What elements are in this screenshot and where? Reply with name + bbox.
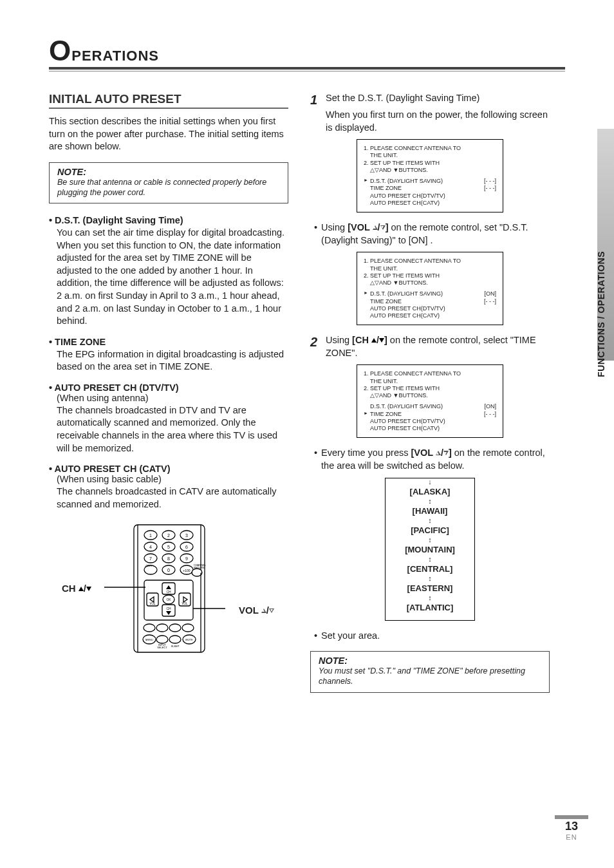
remote-ch-label: CH / — [62, 583, 91, 594]
set-area-instruction: • Set your area. — [314, 630, 550, 643]
chapter-title-rest: PERATIONS — [71, 48, 159, 64]
svg-marker-39 — [150, 597, 154, 602]
svg-point-49 — [182, 624, 194, 632]
timezone-body: The EPG information in digital broadcast… — [57, 348, 288, 373]
autopreset-catv-sub: (When using basic cable) — [57, 474, 288, 484]
svg-text:SELECT: SELECT — [157, 646, 167, 649]
step-2-body: Using [CH /] on the remote control, sele… — [326, 334, 550, 359]
svg-marker-37 — [166, 611, 171, 615]
svg-text:CH: CH — [166, 590, 171, 594]
svg-point-47 — [156, 624, 168, 632]
step-1-body: When you first turn on the power, the fo… — [326, 109, 550, 134]
autopreset-dtv-body: The channels broadcasted in DTV and TV a… — [57, 404, 288, 455]
svg-text:1: 1 — [149, 533, 152, 538]
svg-text:4: 4 — [149, 545, 152, 549]
svg-text:0: 0 — [167, 568, 170, 572]
autopreset-dtv-sub: (When using antenna) — [57, 393, 288, 403]
step-1-title: Set the D.S.T. (Daylight Saving Time) — [326, 92, 479, 106]
chapter-rule — [49, 67, 565, 71]
note-box-2: NOTE: You must set "D.S.T." and "TIME ZO… — [310, 651, 550, 693]
autopreset-catv-body: The channels broadcasted in CATV are aut… — [57, 486, 288, 511]
osd-screen-3: 1. PLEASE CONNECT ANTENNA TO THE UNIT. 2… — [357, 364, 503, 438]
section-heading: INITIAL AUTO PRESET — [49, 92, 288, 109]
note-2-title: NOTE: — [319, 656, 543, 666]
vol-instruction: • Using [VOL /] on the remote control, s… — [314, 222, 550, 247]
chapter-title: OPERATIONS — [49, 39, 565, 64]
svg-text:3: 3 — [185, 533, 188, 538]
step-1: 1 Set the D.S.T. (Daylight Saving Time) — [310, 92, 550, 106]
left-column: INITIAL AUTO PRESET This section describ… — [49, 92, 288, 704]
svg-text:SLEEP: SLEEP — [171, 645, 180, 648]
drop-cap: O — [49, 39, 71, 63]
note-2-body: You must set "D.S.T." and "TIME ZONE" be… — [319, 666, 543, 687]
step-1-number: 1 — [310, 93, 321, 106]
osd-screen-2: 1. PLEASE CONNECT ANTENNA TO THE UNIT. 2… — [357, 252, 503, 325]
vol-every-instruction: • Every time you press [VOL /] on the re… — [314, 447, 550, 472]
note-body: Be sure that antenna or cable is connect… — [57, 177, 281, 198]
svg-text:7: 7 — [149, 556, 152, 561]
step-2: 2 Using [CH /] on the remote control, se… — [310, 334, 550, 359]
svg-text:VOL: VOL — [181, 602, 188, 605]
intro-paragraph: This section describes the initial setti… — [49, 115, 288, 153]
svg-text:-/ENT.: -/ENT. — [145, 564, 152, 567]
svg-marker-42 — [183, 597, 187, 602]
svg-text:MUTE: MUTE — [185, 638, 193, 641]
svg-marker-33 — [166, 585, 171, 589]
note-box: NOTE: Be sure that antenna or cable is c… — [49, 162, 288, 204]
svg-point-48 — [169, 624, 181, 632]
svg-text:6: 6 — [185, 545, 188, 549]
remote-vol-label: VOL / — [239, 605, 274, 616]
step-2-number: 2 — [310, 335, 321, 359]
svg-point-52 — [156, 636, 168, 643]
timezone-cycle-diagram: ↓ [ALASKA] ↕ [HAWAII] ↕ [PACIFIC] ↕ [MOU… — [385, 478, 475, 621]
svg-text:OK: OK — [166, 598, 171, 601]
remote-svg: 1 2 3 4 5 6 7 8 9 -/ENT. 0 +100 CH — [62, 521, 274, 656]
svg-text:+100: +100 — [183, 569, 190, 572]
autopreset-dtv-heading: • AUTO PRESET CH (DTV/TV) — [49, 382, 288, 393]
timezone-heading: • TIME ZONE — [49, 337, 288, 347]
svg-text:8: 8 — [167, 556, 170, 561]
svg-text:5: 5 — [167, 545, 170, 549]
dst-heading: • D.S.T. (Daylight Saving Time) — [49, 215, 288, 225]
right-column: 1 Set the D.S.T. (Daylight Saving Time) … — [310, 92, 550, 704]
svg-text:9: 9 — [185, 556, 188, 561]
svg-text:2: 2 — [167, 533, 170, 538]
remote-illustration: CH / 1 2 3 4 5 6 7 8 — [62, 521, 274, 656]
osd-screen-1: 1. PLEASE CONNECT ANTENNA TO THE UNIT. 2… — [357, 139, 503, 212]
svg-point-46 — [144, 624, 155, 632]
svg-text:VOL: VOL — [149, 602, 156, 605]
page-number: 13 EN — [555, 815, 588, 841]
note-title: NOTE: — [57, 167, 281, 177]
side-section-label: FUNCTIONS / OPERATIONS — [596, 251, 606, 377]
svg-point-55 — [169, 636, 181, 643]
autopreset-catv-heading: • AUTO PRESET CH (CATV) — [49, 464, 288, 474]
svg-text:MENU: MENU — [145, 638, 153, 641]
svg-text:CH: CH — [166, 607, 171, 610]
dst-body: You can set the air time display for dig… — [57, 227, 288, 328]
